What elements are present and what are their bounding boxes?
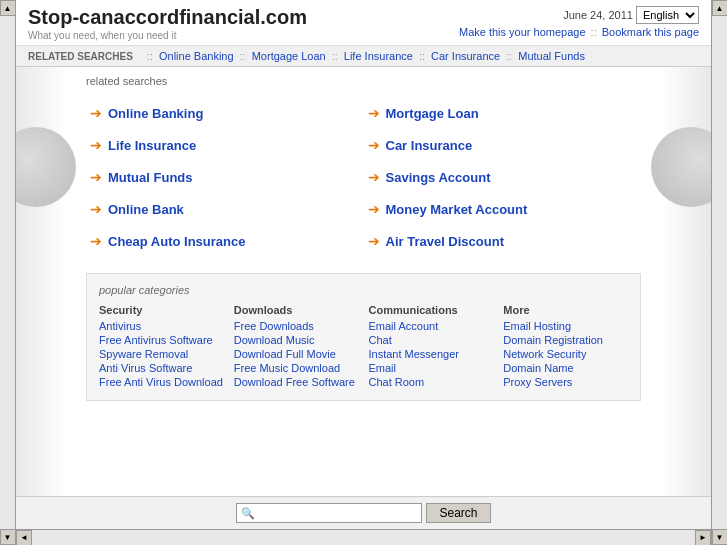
cat-title-downloads: Downloads [234,304,359,316]
cat-link[interactable]: Email [369,362,494,374]
link-online-bank[interactable]: Online Bank [108,202,184,217]
nav-item-car-insurance[interactable]: Car Insurance [431,50,500,62]
cat-link[interactable]: Free Downloads [234,320,359,332]
link-online-banking[interactable]: Online Banking [108,106,203,121]
left-decoration [16,67,66,496]
nav-item-mortgage-loan[interactable]: Mortgage Loan [252,50,326,62]
list-item: ➔ Online Bank [86,193,364,225]
orange-arrow-icon: ➔ [90,169,102,185]
link-money-market-account[interactable]: Money Market Account [386,202,528,217]
orange-arrow-icon: ➔ [368,137,380,153]
list-item: ➔ Online Banking [86,97,364,129]
language-select[interactable]: English [636,6,699,24]
list-item: ➔ Life Insurance [86,129,364,161]
orange-arrow-icon: ➔ [90,233,102,249]
scrollbar-left[interactable]: ▲ ▼ [0,0,16,545]
search-icon: 🔍 [241,507,255,520]
scroll-track-right [712,16,727,529]
orange-arrow-icon: ➔ [368,233,380,249]
link-cheap-auto-insurance[interactable]: Cheap Auto Insurance [108,234,245,249]
right-decoration [661,67,711,496]
cat-link[interactable]: Proxy Servers [503,376,628,388]
orange-arrow-icon: ➔ [368,201,380,217]
link-air-travel-discount[interactable]: Air Travel Discount [386,234,504,249]
list-item: ➔ Mortgage Loan [364,97,642,129]
bottom-scrollbar[interactable]: ◄ ► [16,529,711,545]
search-links-grid: ➔ Online Banking ➔ Mortgage Loan ➔ Life … [86,97,641,257]
category-grid: Security Antivirus Free Antivirus Softwa… [99,304,628,390]
list-item: ➔ Air Travel Discount [364,225,642,257]
header: Stop-canaccordfinancial.com What you nee… [16,0,711,46]
popular-categories-label: popular categories [99,284,628,296]
link-mortgage-loan[interactable]: Mortgage Loan [386,106,479,121]
list-item: ➔ Mutual Funds [86,161,364,193]
cat-link[interactable]: Antivirus [99,320,224,332]
cat-link[interactable]: Instant Messenger [369,348,494,360]
cat-link[interactable]: Email Account [369,320,494,332]
bottom-search: 🔍 Search [16,496,711,529]
category-column-security: Security Antivirus Free Antivirus Softwa… [99,304,224,390]
cat-link[interactable]: Free Anti Virus Download [99,376,224,388]
cat-link[interactable]: Download Music [234,334,359,346]
nav-label: RELATED SEARCHES [28,51,133,62]
cat-link[interactable]: Chat Room [369,376,494,388]
cat-link[interactable]: Anti Virus Software [99,362,224,374]
search-box-wrapper: 🔍 [236,503,422,523]
cat-link[interactable]: Network Security [503,348,628,360]
cat-title-more: More [503,304,628,316]
orange-arrow-icon: ➔ [368,169,380,185]
header-links: Make this your homepage :: Bookmark this… [459,26,699,38]
cat-link[interactable]: Free Music Download [234,362,359,374]
cat-link[interactable]: Download Free Software [234,376,359,388]
scroll-up-arrow[interactable]: ▲ [0,0,16,16]
cat-link[interactable]: Email Hosting [503,320,628,332]
date-display: June 24, 2011 English [459,6,699,24]
scrollbar-right[interactable]: ▲ ▼ [711,0,727,545]
bookmark-link[interactable]: Bookmark this page [602,26,699,38]
category-column-communications: Communications Email Account Chat Instan… [369,304,494,390]
link-car-insurance[interactable]: Car Insurance [386,138,473,153]
cat-link[interactable]: Domain Name [503,362,628,374]
header-right: June 24, 2011 English Make this your hom… [459,6,699,38]
link-life-insurance[interactable]: Life Insurance [108,138,196,153]
orange-arrow-icon: ➔ [90,105,102,121]
related-searches-label: related searches [86,75,641,87]
scroll-down-arrow-right[interactable]: ▼ [712,529,728,545]
link-savings-account[interactable]: Savings Account [386,170,491,185]
category-column-downloads: Downloads Free Downloads Download Music … [234,304,359,390]
orange-arrow-icon: ➔ [368,105,380,121]
search-button[interactable]: Search [426,503,490,523]
list-item: ➔ Cheap Auto Insurance [86,225,364,257]
orange-arrow-icon: ➔ [90,201,102,217]
content-area: related searches ➔ Online Banking ➔ Mort… [66,67,661,496]
category-column-more: More Email Hosting Domain Registration N… [503,304,628,390]
cat-link[interactable]: Spyware Removal [99,348,224,360]
scroll-down-arrow[interactable]: ▼ [0,529,16,545]
homepage-link[interactable]: Make this your homepage [459,26,586,38]
list-item: ➔ Savings Account [364,161,642,193]
nav-item-life-insurance[interactable]: Life Insurance [344,50,413,62]
cat-link[interactable]: Download Full Movie [234,348,359,360]
scroll-right-arrow[interactable]: ► [695,530,711,546]
list-item: ➔ Money Market Account [364,193,642,225]
nav-item-online-banking[interactable]: Online Banking [159,50,234,62]
nav-bar: RELATED SEARCHES :: Online Banking :: Mo… [16,46,711,67]
horizontal-scroll-track[interactable] [32,530,695,545]
cat-title-communications: Communications [369,304,494,316]
search-input[interactable] [257,506,417,520]
cat-link[interactable]: Chat [369,334,494,346]
cat-link[interactable]: Free Antivirus Software [99,334,224,346]
scroll-up-arrow-right[interactable]: ▲ [712,0,728,16]
orange-arrow-icon: ➔ [90,137,102,153]
main-area: related searches ➔ Online Banking ➔ Mort… [16,67,711,496]
link-mutual-funds[interactable]: Mutual Funds [108,170,193,185]
cat-title-security: Security [99,304,224,316]
cat-link[interactable]: Domain Registration [503,334,628,346]
list-item: ➔ Car Insurance [364,129,642,161]
nav-item-mutual-funds[interactable]: Mutual Funds [518,50,585,62]
popular-categories: popular categories Security Antivirus Fr… [86,273,641,401]
scroll-left-arrow[interactable]: ◄ [16,530,32,546]
scroll-track-left [0,16,15,529]
